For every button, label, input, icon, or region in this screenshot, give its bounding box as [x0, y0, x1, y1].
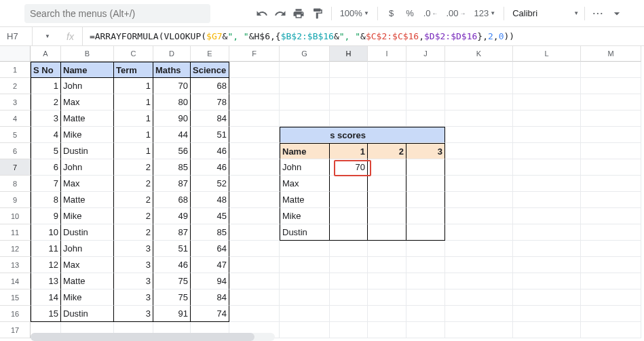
- row-header-3[interactable]: 3: [0, 94, 31, 111]
- cell-B4[interactable]: Matte: [61, 111, 114, 127]
- font-dropdown[interactable]: Calibri: [510, 8, 571, 18]
- cell-F3[interactable]: [229, 94, 280, 111]
- cell-J1[interactable]: [406, 62, 445, 78]
- cell-E4[interactable]: 84: [191, 111, 229, 127]
- cell-F12[interactable]: [229, 241, 280, 257]
- cell-H15[interactable]: [330, 289, 368, 306]
- row-header-15[interactable]: 15: [0, 289, 31, 306]
- cell-D15[interactable]: 75: [153, 289, 191, 306]
- more-formats-dropdown[interactable]: 123▼: [472, 8, 499, 18]
- cell-E11[interactable]: 85: [191, 224, 229, 241]
- search-input[interactable]: [30, 8, 205, 19]
- cell-J8[interactable]: [406, 176, 445, 192]
- col-header-B[interactable]: B: [61, 46, 114, 62]
- row-header-14[interactable]: 14: [0, 273, 31, 289]
- cell-F13[interactable]: [229, 257, 280, 273]
- cell-B11[interactable]: Dustin: [61, 224, 114, 241]
- cell-J2[interactable]: [406, 78, 445, 94]
- cell-G10[interactable]: Mike: [280, 208, 330, 224]
- cell-F15[interactable]: [229, 289, 280, 306]
- cell-A6[interactable]: 5: [31, 143, 61, 159]
- col-header-C[interactable]: C: [114, 46, 153, 62]
- cell-D5[interactable]: 44: [153, 127, 191, 143]
- cell-G16[interactable]: [280, 306, 330, 322]
- cell-C7[interactable]: 2: [114, 159, 153, 176]
- cell-J14[interactable]: [406, 273, 445, 289]
- cell-A14[interactable]: 13: [31, 273, 61, 289]
- cell-B3[interactable]: Max: [61, 94, 114, 111]
- row-header-17[interactable]: 17: [0, 322, 31, 338]
- cell-A10[interactable]: 9: [31, 208, 61, 224]
- cell-K2[interactable]: [445, 78, 513, 94]
- cell-M2[interactable]: [581, 78, 641, 94]
- cell-A12[interactable]: 11: [31, 241, 61, 257]
- cell-F14[interactable]: [229, 273, 280, 289]
- cell-I5[interactable]: [368, 127, 406, 143]
- cell-H2[interactable]: [330, 78, 368, 94]
- row-header-6[interactable]: 6: [0, 143, 31, 159]
- name-box[interactable]: H7: [0, 27, 33, 45]
- cell-C2[interactable]: 1: [114, 78, 153, 94]
- cell-K17[interactable]: [445, 322, 513, 338]
- cell-J15[interactable]: [406, 289, 445, 306]
- cell-L8[interactable]: [513, 176, 581, 192]
- cell-J5[interactable]: [406, 127, 445, 143]
- cell-F11[interactable]: [229, 224, 280, 241]
- cell-E13[interactable]: 47: [191, 257, 229, 273]
- cell-M12[interactable]: [581, 241, 641, 257]
- cell-K16[interactable]: [445, 306, 513, 322]
- cell-D12[interactable]: 51: [153, 241, 191, 257]
- col-header-J[interactable]: J: [406, 46, 445, 62]
- cell-M14[interactable]: [581, 273, 641, 289]
- cell-E7[interactable]: 46: [191, 159, 229, 176]
- cell-A3[interactable]: 2: [31, 94, 61, 111]
- cell-M5[interactable]: [581, 127, 641, 143]
- cell-M4[interactable]: [581, 111, 641, 127]
- cell-A9[interactable]: 8: [31, 192, 61, 208]
- cell-E5[interactable]: 51: [191, 127, 229, 143]
- more-icon[interactable]: ···: [590, 5, 606, 22]
- cell-I7[interactable]: [368, 159, 406, 176]
- spreadsheet-grid[interactable]: A B C D E F G H I J K L M 1 S No Name Te…: [0, 46, 644, 341]
- cell-I12[interactable]: [368, 241, 406, 257]
- cell-J11[interactable]: [406, 224, 445, 241]
- row-header-1[interactable]: 1: [0, 62, 31, 78]
- cell-D13[interactable]: 46: [153, 257, 191, 273]
- row-header-12[interactable]: 12: [0, 241, 31, 257]
- col-header-H[interactable]: H: [330, 46, 368, 62]
- cell-K13[interactable]: [445, 257, 513, 273]
- cell-J17[interactable]: [406, 322, 445, 338]
- cell-H10[interactable]: [330, 208, 368, 224]
- cell-K11[interactable]: [445, 224, 513, 241]
- cell-M13[interactable]: [581, 257, 641, 273]
- percent-icon[interactable]: %: [402, 5, 417, 22]
- cell-G6[interactable]: Name: [280, 143, 330, 159]
- row-header-9[interactable]: 9: [0, 192, 31, 208]
- cell-G14[interactable]: [280, 273, 330, 289]
- cell-I6[interactable]: 2: [368, 143, 406, 159]
- cell-M3[interactable]: [581, 94, 641, 111]
- cell-H9[interactable]: [330, 192, 368, 208]
- cell-E6[interactable]: 46: [191, 143, 229, 159]
- cell-H7[interactable]: 70: [330, 159, 368, 176]
- print-icon[interactable]: [291, 5, 307, 22]
- cell-I14[interactable]: [368, 273, 406, 289]
- cell-M8[interactable]: [581, 176, 641, 192]
- cell-L15[interactable]: [513, 289, 581, 306]
- cell-L10[interactable]: [513, 208, 581, 224]
- cell-I15[interactable]: [368, 289, 406, 306]
- col-header-M[interactable]: M: [581, 46, 641, 62]
- col-header-E[interactable]: E: [191, 46, 229, 62]
- col-header-L[interactable]: L: [513, 46, 581, 62]
- cell-C1[interactable]: Term: [114, 62, 153, 78]
- cell-H3[interactable]: [330, 94, 368, 111]
- cell-G8[interactable]: Max: [280, 176, 330, 192]
- cell-M1[interactable]: [581, 62, 641, 78]
- cell-I4[interactable]: [368, 111, 406, 127]
- cell-G13[interactable]: [280, 257, 330, 273]
- cell-J12[interactable]: [406, 241, 445, 257]
- cell-L6[interactable]: [513, 143, 581, 159]
- cell-H12[interactable]: [330, 241, 368, 257]
- cell-E14[interactable]: 94: [191, 273, 229, 289]
- cell-K7[interactable]: [445, 159, 513, 176]
